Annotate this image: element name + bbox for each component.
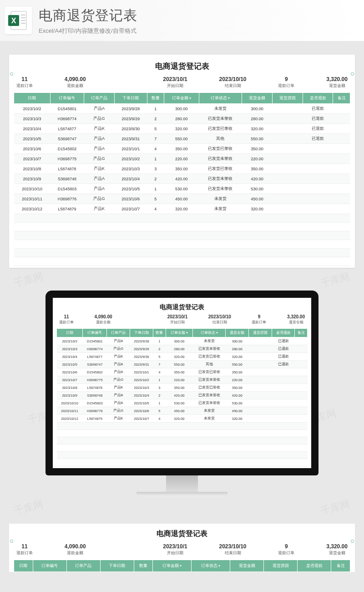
table-cell: 已发货已签收 (199, 164, 242, 174)
column-header[interactable]: 是否退款 (298, 560, 331, 572)
summary-value: 11 (59, 314, 74, 319)
table-cell (295, 384, 308, 392)
summary-cell: 2023/10/1开始日期 (163, 543, 187, 556)
column-header[interactable]: 备注 (295, 329, 308, 337)
page-header: X 电商退货登记表 Excel/A4打印/内容随意修改/自带格式 (0, 0, 364, 41)
column-header[interactable]: 是否退款 (303, 93, 333, 104)
column-header[interactable]: 备注 (331, 560, 350, 572)
summary-label: 结束日期 (219, 83, 246, 89)
table-row: 2023/10/3H3698774产品G2023/9/292280.00已发货未… (14, 114, 350, 124)
column-header[interactable]: 订单产品 (66, 560, 100, 572)
column-header[interactable]: 订单状态 (199, 93, 242, 104)
table-cell (295, 337, 308, 345)
column-header[interactable]: 订单金额 (164, 93, 199, 104)
column-header[interactable]: 退货原因 (264, 560, 298, 572)
table-cell (333, 144, 350, 154)
column-header[interactable]: 订单编号 (83, 329, 107, 337)
column-header[interactable]: 订单状态 (192, 560, 230, 572)
column-header[interactable]: 日期 (14, 93, 51, 104)
table-cell: 已退款 (303, 134, 333, 144)
table-cell: 2 (147, 114, 164, 124)
watermark: 千库网 (12, 497, 45, 518)
sheet-title: 电商退货登记表 (14, 529, 350, 539)
watermark: 千库网 (12, 270, 45, 291)
column-header[interactable]: 订单产品 (107, 329, 130, 337)
table-cell: 4 (147, 144, 164, 154)
table-row (57, 459, 308, 466)
table-cell (272, 194, 303, 204)
table-cell: 产品A (107, 399, 130, 407)
table-cell: 2 (147, 174, 164, 184)
table-cell: 已发货未签收 (199, 174, 242, 184)
table-cell: 2 (153, 392, 166, 399)
table-cell: 220.00 (242, 154, 273, 164)
summary-row: 11退款订单4,090.00退款金额2023/10/1开始日期2023/10/1… (56, 314, 308, 328)
table-cell: 280.00 (166, 345, 192, 353)
column-header[interactable]: 订单金额 (166, 329, 192, 337)
table-cell: 2023/9/29 (114, 114, 147, 124)
table-cell (272, 368, 295, 376)
column-header[interactable]: 数量 (134, 560, 153, 572)
column-header[interactable]: 日期 (57, 329, 83, 337)
table-cell (333, 194, 350, 204)
column-header[interactable]: 备注 (333, 93, 350, 104)
column-header[interactable]: 订单编号 (50, 93, 84, 104)
column-header[interactable]: 数量 (153, 329, 166, 337)
summary-label: 退款金额 (65, 83, 86, 89)
column-header[interactable]: 下单日期 (100, 560, 134, 572)
column-header[interactable]: 订单状态 (193, 329, 226, 337)
table-cell: 2023/10/3 (114, 164, 147, 174)
table-cell: 2023/10/3 (14, 114, 51, 124)
table-cell: 已发货已签收 (193, 384, 226, 392)
table-row (14, 223, 350, 231)
table-cell (249, 384, 272, 392)
summary-cell: 11退款订单 (59, 314, 74, 325)
table-cell: 已发货未签收 (199, 114, 242, 124)
column-header[interactable]: 订单金额 (153, 560, 192, 572)
table-cell: 5 (153, 407, 166, 415)
column-header[interactable]: 订单编号 (33, 560, 66, 572)
column-header[interactable]: 日期 (14, 560, 33, 572)
table-cell: 已发货未签收 (193, 345, 226, 353)
column-header[interactable]: 是否退款 (272, 329, 295, 337)
table-cell: 已退款 (303, 104, 333, 114)
table-cell: 2023/10/12 (57, 415, 83, 423)
table-cell (303, 164, 333, 174)
table-cell: 产品A (84, 104, 115, 114)
table-cell: 2023/10/5 (57, 361, 83, 368)
table-cell: 5 (147, 194, 164, 204)
table-cell: 2023/10/4 (14, 124, 51, 134)
table-cell (295, 392, 308, 399)
summary-label: 开始日期 (167, 320, 188, 325)
table-cell: 2023/10/2 (57, 337, 83, 345)
table-cell: 2023/9/31 (130, 361, 153, 368)
table-cell: 5 (153, 353, 166, 361)
table-cell: 2023/10/7 (57, 376, 83, 384)
table-cell (272, 392, 295, 399)
column-header[interactable]: 退货金额 (242, 93, 273, 104)
summary-label: 退款订单 (252, 320, 266, 325)
table-cell (272, 124, 303, 134)
column-header[interactable]: 退货金额 (226, 329, 249, 337)
table-cell: 产品G (107, 407, 130, 415)
table-cell: 530.00 (242, 184, 273, 194)
table-cell (249, 353, 272, 361)
table-cell: 320.00 (166, 353, 192, 361)
table-cell: 未发货 (199, 204, 242, 214)
column-header[interactable]: 数量 (147, 93, 164, 104)
column-header[interactable]: 退货金额 (230, 560, 264, 572)
table-cell (272, 174, 303, 184)
column-header[interactable]: 订单产品 (84, 93, 115, 104)
column-header[interactable]: 下单日期 (130, 329, 153, 337)
table-cell: 2 (153, 345, 166, 353)
column-header[interactable]: 退货原因 (249, 329, 272, 337)
table-cell: 320.00 (164, 124, 199, 134)
table-cell: 280.00 (226, 345, 249, 353)
column-header[interactable]: 下单日期 (114, 93, 147, 104)
table-cell: 2023/10/7 (14, 154, 51, 164)
column-header[interactable]: 退货原因 (272, 93, 303, 104)
table-cell (249, 415, 272, 423)
table-row: 2023/10/2D1545801产品A2023/9/281300.00未发货3… (57, 337, 308, 345)
summary-value: 2023/10/1 (163, 543, 187, 550)
table-cell: 产品A (107, 361, 130, 368)
